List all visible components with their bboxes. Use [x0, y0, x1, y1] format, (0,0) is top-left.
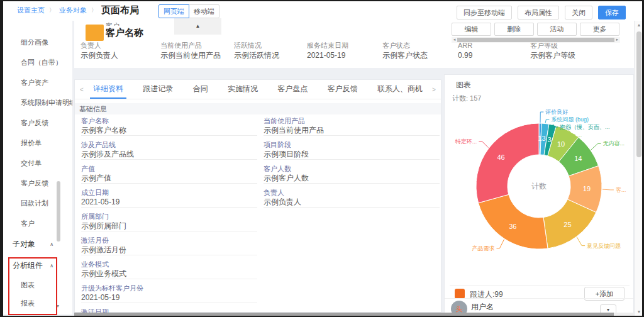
horizontal-scrollbar-thumb[interactable]	[457, 38, 614, 42]
sidebar-item[interactable]: 客户资产	[3, 72, 72, 92]
callout-line	[602, 189, 614, 190]
field-value: 示例客户状态	[382, 50, 428, 61]
sidebar-item[interactable]: 回款计划	[3, 193, 72, 213]
sidebar-section[interactable]: 子对象∧	[3, 233, 72, 255]
sidebar-section-label: 分析组件	[13, 261, 43, 270]
form-field: 项目阶段示例项目阶段	[264, 141, 440, 162]
sidebar-item[interactable]: 报价单	[3, 133, 72, 153]
detail-tab[interactable]: 详细资料	[90, 80, 126, 99]
field-label: 客户状态	[382, 42, 428, 50]
breadcrumb-item: 页面布局	[101, 4, 139, 16]
segment-callout-label: 意见反馈问题	[586, 243, 621, 249]
clipped-text: 客户	[106, 21, 133, 26]
field-value: 示例负责人	[80, 50, 118, 61]
detail-tab-list: 详细资料跟进记录合同实施情况客户盘点客户反馈联系人、商机	[86, 80, 430, 99]
segment-callout-label: 抱怨（慢、页面、...	[559, 124, 610, 130]
collapse-icon: ∧	[50, 234, 53, 255]
view-tab-group: 网页端移动端	[158, 4, 219, 18]
record-action-button[interactable]: 活动	[537, 23, 577, 36]
detail-tab[interactable]: 实施情况	[225, 80, 261, 99]
detail-tab[interactable]: 跟进记录	[140, 80, 176, 99]
sidebar-item[interactable]: 细分画像	[3, 32, 72, 52]
tab-next-icon[interactable]: >	[430, 86, 438, 93]
topbar-action-button[interactable]: 同步至移动端	[457, 6, 512, 19]
breadcrumb: 设置主页〉业务对象〉页面布局	[17, 0, 139, 21]
segment-callout-label: 客...	[616, 187, 626, 193]
sidebar-scrollbar-thumb[interactable]	[57, 181, 60, 242]
field-value: 示例产值	[81, 173, 257, 184]
sidebar-item[interactable]: 客户反馈	[3, 173, 72, 193]
field-value: 2021-05-19	[81, 197, 257, 208]
save-button[interactable]: 保存	[598, 6, 626, 19]
sidebar-item[interactable]: 图表	[3, 276, 72, 294]
form-field: 客户名称示例客户名称	[81, 117, 257, 138]
vertical-scrollbar-thumb[interactable]	[636, 31, 641, 157]
field-label: 产值	[81, 165, 257, 173]
record-action-button[interactable]: 删除	[494, 23, 534, 36]
chevron-up-icon: ▲	[196, 23, 201, 29]
segment-callout-label: 评价良好	[545, 109, 568, 115]
segment-value-label: 14	[574, 155, 582, 162]
form-field: 成立日期2021-05-19	[81, 189, 257, 210]
sidebar-item[interactable]: 系统限制申请明细	[3, 92, 72, 113]
breadcrumb-item[interactable]: 业务对象	[59, 6, 87, 15]
sidebar-section[interactable]: 分析组件∧	[3, 255, 72, 276]
record-action-button[interactable]: 更多	[580, 23, 619, 36]
detail-tab[interactable]: 合同	[190, 80, 211, 99]
scroll-right-icon[interactable]: ►	[614, 37, 620, 43]
segment-value-label: 3	[542, 135, 546, 142]
detail-tab[interactable]: 客户反馈	[325, 80, 361, 99]
view-tab[interactable]: 网页端	[158, 4, 189, 18]
detail-tab[interactable]: 客户盘点	[274, 80, 311, 99]
frame-edge	[0, 0, 644, 1]
field-value: 示例所属部门	[81, 221, 257, 231]
section-title: 基础信息	[75, 103, 441, 114]
field-value: 示例当前使用产品	[264, 125, 440, 136]
donut-chart: 133101419253646评价良好系统问题 (bug)抱怨（慢、页面、...…	[445, 101, 633, 284]
callout-line	[540, 112, 543, 123]
field-value: 0.99	[458, 50, 472, 61]
donut-segment-8[interactable]	[476, 123, 539, 203]
field-value: 2021-05-19	[81, 292, 257, 303]
topbar-action-button[interactable]: 布局属性	[518, 6, 559, 19]
record-field: 负责人示例负责人	[80, 42, 118, 61]
callout-line	[591, 143, 601, 150]
segment-value-label: 46	[497, 153, 504, 161]
divider	[450, 285, 630, 286]
scroll-left-icon[interactable]: ◄	[452, 37, 457, 43]
field-label: 负责人	[264, 189, 440, 197]
form-field: 负责人示例负责人	[264, 189, 440, 210]
breadcrumb-separator: 〉	[91, 6, 97, 14]
sidebar-item[interactable]: 合同（自带）	[3, 52, 72, 72]
sidebar: 细分画像合同（自带）客户资产系统限制申请明细客户反馈报价单交付单客户反馈回款计划…	[3, 21, 72, 314]
tab-prev-icon[interactable]: <	[77, 86, 86, 93]
field-label: 当前使用产品	[264, 117, 440, 125]
segment-value-label: 10	[557, 140, 565, 148]
follower-icon	[455, 289, 465, 299]
segment-callout-label: 特定环...	[455, 138, 477, 145]
view-tab[interactable]: 移动端	[189, 4, 219, 18]
field-value: 示例客户等级	[530, 50, 575, 61]
record-actions-scrollbar: ◄ ►	[452, 37, 620, 43]
sidebar-item[interactable]: 交付单	[3, 153, 72, 173]
field-label: 当前使用产品	[160, 42, 221, 50]
chart-panel: 图表 计数: 157 133101419253646评价良好系统问题 (bug)…	[444, 74, 634, 317]
panel-scroll-up-button[interactable]: ▲	[174, 18, 221, 35]
segment-callout-label: ...	[577, 131, 582, 138]
sidebar-item[interactable]: 客户	[3, 213, 72, 233]
collapse-icon: ∧	[50, 255, 53, 277]
form-field: 客户人数示例客户人数	[264, 165, 440, 186]
page-layout-editor: 设置主页〉业务对象〉页面布局 网页端移动端 同步至移动端布局属性关闭保存 细分画…	[0, 0, 644, 317]
record-action-button[interactable]: 编辑	[452, 23, 491, 36]
scroll-down-icon[interactable]: ▼	[53, 304, 62, 308]
field-value: 示例负责人	[264, 197, 440, 208]
topbar-action-button[interactable]: 关闭	[565, 6, 592, 19]
form-field: 业务模式示例业务模式	[81, 260, 257, 282]
breadcrumb-item[interactable]: 设置主页	[17, 6, 45, 15]
user-name: 用户名	[471, 302, 494, 313]
sidebar-section-label: 子对象	[13, 240, 35, 248]
detail-tab[interactable]: 联系人、商机	[374, 80, 426, 99]
record-field: ARR0.99	[458, 42, 472, 61]
chart-title: 图表	[456, 80, 471, 91]
sidebar-item[interactable]: 客户反馈	[3, 113, 72, 133]
